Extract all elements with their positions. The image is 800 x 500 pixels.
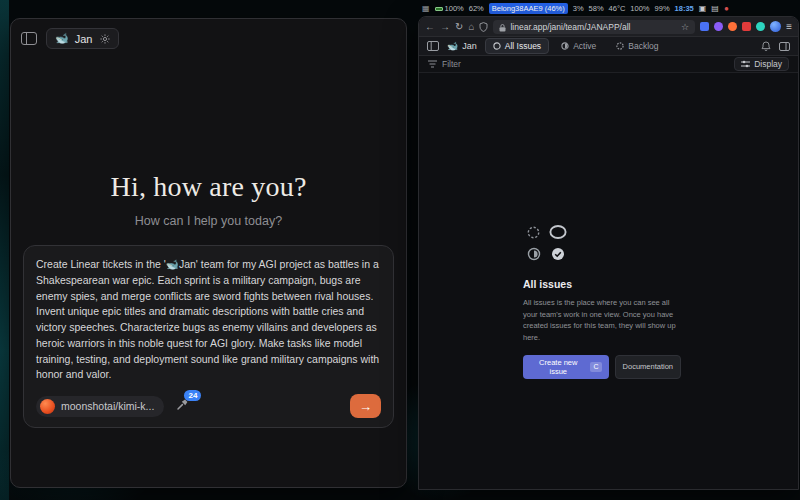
whale-emoji: 🐋	[447, 41, 458, 51]
team-name-label: Jan	[75, 33, 93, 45]
todo-status-icon	[549, 225, 567, 243]
memory-status: 58%	[589, 4, 604, 13]
backlog-icon	[616, 42, 624, 50]
greeting-title: Hi, how are you?	[11, 171, 406, 203]
greeting-block: Hi, how are you? How can I help you toda…	[11, 171, 406, 228]
linear-team-label[interactable]: 🐋 Jan	[447, 41, 477, 51]
create-new-issue-button[interactable]: Create new issue C	[523, 355, 609, 379]
wifi-status[interactable]: Belong38AAE9 (46%)	[489, 3, 568, 14]
active-icon	[561, 42, 569, 50]
forward-icon[interactable]: →	[440, 22, 450, 32]
all-issues-icon	[493, 42, 501, 50]
send-button[interactable]: →	[350, 394, 381, 418]
cpu-status: 3%	[573, 4, 584, 13]
filter-icon	[428, 60, 437, 68]
battery-status: 100%	[435, 4, 464, 13]
tray-menu-icon[interactable]: ▤	[711, 4, 719, 13]
prompt-input[interactable]: Create Linear tickets in the '🐋Jan' team…	[36, 257, 381, 383]
send-arrow-icon: →	[359, 399, 372, 414]
browser-toolbar: ← → ↻ ⌂ linear.app/jani/team/JANAPP/all …	[419, 17, 798, 37]
linear-filter-bar: Filter Display	[419, 56, 798, 73]
model-selector[interactable]: moonshotai/kimi-k...	[36, 396, 164, 417]
extension-icon[interactable]	[700, 22, 709, 31]
greeting-subtitle: How can I help you today?	[11, 214, 406, 228]
linear-team-name: Jan	[462, 41, 477, 51]
lock-icon	[499, 18, 506, 36]
tray-indicator-icon: ▦	[422, 4, 430, 13]
backlog-status-icon	[527, 225, 540, 243]
disk-status: 100%	[630, 4, 649, 13]
empty-state-title: All issues	[523, 278, 681, 290]
linear-header: 🐋 Jan All Issues Active Backlog	[419, 37, 798, 56]
desktop: 🐋 Jan Hi, how are you? How can I help yo…	[0, 0, 800, 500]
sidebar-toggle-icon[interactable]	[21, 32, 37, 45]
profile-avatar[interactable]	[770, 21, 781, 32]
address-bar[interactable]: linear.app/jani/team/JANAPP/all ☆	[493, 20, 695, 34]
filter-button[interactable]: Filter	[428, 59, 461, 69]
extension-icon[interactable]	[728, 22, 737, 31]
linear-view-tabs: All Issues Active Backlog	[485, 38, 667, 54]
chat-titlebar: 🐋 Jan	[11, 19, 406, 53]
empty-state-description: All issues is the place where you can se…	[523, 297, 681, 344]
prompt-composer[interactable]: Create Linear tickets in the '🐋Jan' team…	[23, 245, 394, 428]
tools-button[interactable]: 24	[176, 397, 189, 415]
home-icon[interactable]: ⌂	[468, 22, 474, 32]
brightness-status: 99%	[655, 4, 670, 13]
refresh-icon[interactable]: ↻	[455, 22, 463, 32]
team-selector[interactable]: 🐋 Jan	[46, 28, 119, 49]
done-status-icon	[551, 247, 565, 265]
tools-count-badge: 24	[184, 390, 201, 401]
in-progress-status-icon	[527, 247, 541, 265]
documentation-button[interactable]: Documentation	[615, 355, 681, 379]
shield-icon[interactable]	[479, 18, 488, 36]
browser-window: ← → ↻ ⌂ linear.app/jani/team/JANAPP/all …	[418, 16, 799, 490]
issue-status-icons	[525, 225, 681, 265]
linear-content: All issues All issues is the place where…	[419, 73, 798, 489]
url-text: linear.app/jani/team/JANAPP/all	[510, 22, 677, 32]
tab-active[interactable]: Active	[553, 38, 604, 54]
display-sliders-icon	[741, 60, 750, 68]
battery-icon	[435, 7, 443, 11]
browser-menu-icon[interactable]: ≡	[786, 21, 792, 32]
tab-backlog[interactable]: Backlog	[608, 38, 666, 54]
empty-state-actions: Create new issue C Documentation	[523, 355, 681, 379]
chat-app-window: 🐋 Jan Hi, how are you? How can I help yo…	[10, 18, 407, 488]
temperature-status: 46°C	[609, 4, 626, 13]
linear-header-actions	[761, 37, 790, 55]
notifications-bell-icon[interactable]	[761, 37, 771, 55]
clock: 18:35	[675, 4, 694, 13]
shortcut-hint: C	[590, 362, 601, 372]
whale-emoji: 🐋	[55, 32, 69, 45]
layout-panel-icon[interactable]	[779, 37, 790, 55]
display-button[interactable]: Display	[734, 57, 789, 71]
extension-icon[interactable]	[756, 22, 765, 31]
back-icon[interactable]: ←	[425, 22, 435, 32]
volume-status: 62%	[469, 4, 484, 13]
tab-all-issues[interactable]: All Issues	[485, 38, 549, 54]
composer-toolbar: moonshotai/kimi-k... 24 →	[36, 394, 381, 418]
all-issues-empty-state: All issues All issues is the place where…	[523, 225, 681, 379]
model-provider-icon	[40, 399, 55, 414]
system-status-bar: ▦ 100% 62% Belong38AAE9 (46%) 3% 58% 46°…	[419, 2, 798, 15]
extension-icon[interactable]	[742, 22, 751, 31]
model-name-label: moonshotai/kimi-k...	[61, 400, 154, 412]
wallpaper-accent	[0, 0, 9, 500]
screenshot-icon[interactable]: ▣	[699, 4, 707, 13]
gear-icon[interactable]	[100, 34, 110, 44]
extension-icon[interactable]	[714, 22, 723, 31]
linear-sidebar-toggle-icon[interactable]	[427, 37, 439, 55]
record-icon[interactable]: ●	[724, 4, 729, 13]
bookmark-star-icon[interactable]: ☆	[681, 22, 689, 32]
